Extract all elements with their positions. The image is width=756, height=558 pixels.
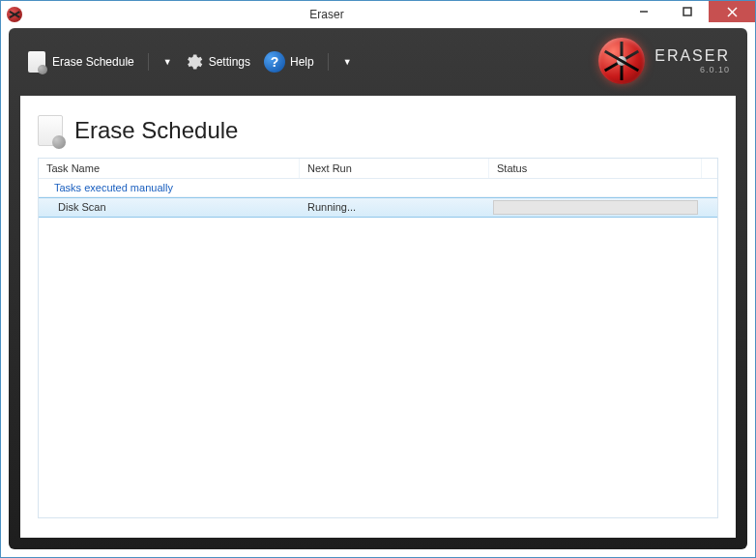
grid-header: Task Name Next Run Status xyxy=(39,159,717,179)
svg-rect-1 xyxy=(683,8,691,15)
window-controls xyxy=(622,1,755,28)
erase-schedule-label: Erase Schedule xyxy=(52,55,134,69)
content-panel: Erase Schedule Task Name Next Run Status… xyxy=(20,96,736,538)
app-chrome: Erase Schedule ▼ Settings ? Help ▼ xyxy=(9,28,747,549)
grid-body[interactable]: Tasks executed manually Disk Scan Runnin… xyxy=(39,179,717,517)
page-document-icon xyxy=(38,115,63,146)
help-icon: ? xyxy=(264,51,285,73)
app-icon xyxy=(7,7,22,22)
cell-task-name: Disk Scan xyxy=(39,198,300,217)
close-button[interactable] xyxy=(709,1,755,22)
toolbar: Erase Schedule ▼ Settings ? Help ▼ xyxy=(9,28,747,96)
help-label: Help xyxy=(290,55,314,69)
col-task-name[interactable]: Task Name xyxy=(39,159,300,178)
toolbar-divider xyxy=(328,53,329,71)
progress-bar xyxy=(493,200,698,215)
cell-next-run: Running... xyxy=(300,198,489,217)
maximize-button[interactable] xyxy=(665,1,709,22)
document-icon xyxy=(26,51,47,73)
gear-icon xyxy=(183,51,204,73)
page-header: Erase Schedule xyxy=(38,115,718,146)
settings-menu[interactable]: Settings xyxy=(183,51,250,73)
task-grid: Task Name Next Run Status Tasks executed… xyxy=(38,158,718,518)
cell-extra xyxy=(702,198,717,217)
app-window: Eraser Erase Schedule ▼ xyxy=(0,0,756,558)
window-title: Eraser xyxy=(32,8,622,21)
titlebar[interactable]: Eraser xyxy=(1,1,755,28)
table-row[interactable]: Disk Scan Running... xyxy=(39,197,717,218)
help-menu[interactable]: ? Help xyxy=(264,51,314,73)
settings-label: Settings xyxy=(209,55,250,69)
col-extra[interactable] xyxy=(702,159,717,178)
brand-logo-icon xyxy=(598,38,645,84)
minimize-button[interactable] xyxy=(622,1,665,22)
erase-schedule-menu[interactable]: Erase Schedule xyxy=(26,51,134,73)
group-row[interactable]: Tasks executed manually xyxy=(39,179,717,197)
toolbar-divider xyxy=(148,53,149,71)
col-next-run[interactable]: Next Run xyxy=(300,159,489,178)
cell-status xyxy=(489,198,702,217)
brand: ERASER 6.0.10 xyxy=(598,38,730,84)
brand-version: 6.0.10 xyxy=(654,65,730,74)
page-title: Erase Schedule xyxy=(74,117,238,144)
col-status[interactable]: Status xyxy=(489,159,702,178)
brand-name: ERASER xyxy=(654,47,730,65)
erase-schedule-dropdown[interactable]: ▼ xyxy=(160,57,175,67)
help-dropdown[interactable]: ▼ xyxy=(340,57,355,67)
